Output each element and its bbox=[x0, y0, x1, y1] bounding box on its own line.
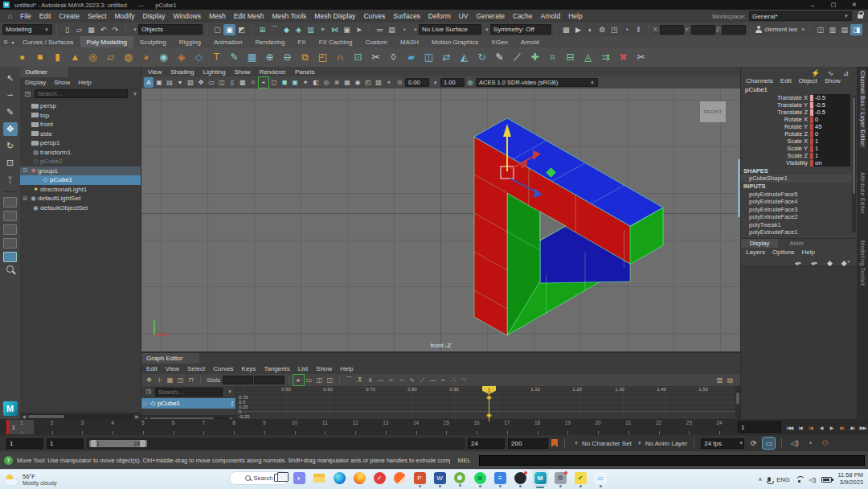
shelf-options-icon[interactable]: ▾ bbox=[10, 36, 16, 47]
character-set-caret-icon[interactable]: ▼ bbox=[574, 441, 579, 446]
graph-menu-select[interactable]: Select bbox=[187, 365, 205, 372]
outliner-search-caret-icon[interactable]: ▼ bbox=[133, 92, 137, 97]
channel-value[interactable]: -0.5 bbox=[813, 101, 850, 109]
pencil-curve-icon[interactable]: ✎ bbox=[492, 50, 507, 65]
lock-camera-icon[interactable]: ▣ bbox=[154, 77, 164, 88]
language-indicator[interactable]: ENG bbox=[776, 476, 789, 483]
powerpoint-app[interactable]: P bbox=[412, 472, 427, 487]
textured-icon[interactable]: ▣ bbox=[290, 77, 300, 88]
step-tangent-icon[interactable]: ⌐ bbox=[386, 375, 396, 385]
auto-tangent-icon[interactable]: ∿ bbox=[407, 375, 417, 385]
poly-cylinder-icon[interactable]: ▮ bbox=[50, 50, 65, 65]
graph-filter-icon[interactable]: ◳ bbox=[145, 386, 153, 397]
tv-app[interactable]: ▭ bbox=[593, 472, 608, 487]
character-set-select[interactable]: No Character Set bbox=[582, 440, 632, 447]
step-back-key-button[interactable]: |◀ bbox=[805, 421, 816, 434]
outliner-menu-show[interactable]: Show bbox=[54, 79, 70, 86]
film-gate-icon[interactable]: ◫ bbox=[217, 77, 227, 88]
transfer-icon[interactable]: ⇉ bbox=[598, 50, 613, 65]
rotate-tool[interactable]: ↻ bbox=[3, 139, 18, 153]
play-backwards-button[interactable]: ◀ bbox=[816, 421, 826, 434]
layout-three-pane[interactable] bbox=[3, 238, 17, 249]
ipr-render-icon[interactable]: ◐ bbox=[584, 24, 596, 35]
layer-menu-options[interactable]: Options bbox=[772, 249, 795, 256]
anim-layer-select[interactable]: No Anim Layer bbox=[645, 440, 687, 447]
viewport-menu-shading[interactable]: Shading bbox=[170, 68, 194, 76]
channel-visibility[interactable]: Visibilityon bbox=[741, 159, 857, 166]
spotify-app[interactable]: ≋ bbox=[473, 472, 487, 487]
layer-menu-help[interactable]: Help bbox=[802, 249, 815, 256]
hypershade-icon[interactable]: ◳ bbox=[608, 24, 620, 35]
outliner-item-persp1[interactable]: persp1 bbox=[20, 138, 141, 148]
viewport-canvas[interactable]: FRONT front -Z bbox=[141, 88, 740, 351]
channel-scale-y[interactable]: Scale Y1 bbox=[741, 145, 857, 152]
menu-cache[interactable]: Cache bbox=[509, 12, 537, 20]
side-tab-channel-box-layer-editor[interactable]: Channel Box / Layer Editor bbox=[860, 69, 866, 148]
outliner-item-transform1[interactable]: ◍transform1 bbox=[20, 148, 141, 158]
raise-tool-settings-icon[interactable]: ▤ bbox=[838, 24, 850, 35]
field-chart-icon[interactable]: ⌗ bbox=[248, 77, 258, 88]
account-name[interactable]: clement lee bbox=[764, 26, 797, 33]
range-start-handle[interactable] bbox=[91, 440, 96, 447]
menu-uv[interactable]: UV bbox=[455, 12, 473, 20]
shelf-menu-icon[interactable]: ≡ bbox=[2, 36, 10, 47]
channel-value[interactable]: 0 bbox=[813, 116, 850, 123]
channel-scale-z[interactable]: Scale Z1 bbox=[741, 152, 857, 159]
soft-mod-tool[interactable]: ᛉ bbox=[3, 173, 18, 187]
shelf-tab-xgen[interactable]: XGen bbox=[485, 36, 514, 47]
step-forward-key-button[interactable]: ▶| bbox=[837, 421, 847, 434]
menu-generate[interactable]: Generate bbox=[473, 12, 509, 20]
word-app[interactable]: W bbox=[432, 472, 447, 487]
dof-icon[interactable]: ◉ bbox=[353, 77, 362, 88]
home-icon[interactable]: ⌂ bbox=[4, 10, 16, 22]
input-node-polyExtrudeFace5[interactable]: polyExtrudeFace5 bbox=[741, 191, 857, 199]
graph-editor-tab[interactable]: Graph Editor bbox=[141, 353, 199, 364]
microphone-icon[interactable] bbox=[768, 477, 771, 482]
red-check-app[interactable]: ✓ bbox=[372, 472, 387, 487]
plateau-tangent-icon[interactable]: ⌢ bbox=[396, 375, 407, 385]
channel-menu-edit[interactable]: Edit bbox=[780, 77, 792, 84]
range-end-handle[interactable] bbox=[140, 440, 145, 447]
multisample-icon[interactable]: ▦ bbox=[342, 77, 352, 88]
channel-value[interactable]: -0.5 bbox=[813, 109, 850, 116]
retopo-icon[interactable]: ◇ bbox=[191, 50, 207, 65]
file-explorer[interactable] bbox=[312, 474, 326, 486]
merge-vertex-icon[interactable]: ✚ bbox=[527, 50, 542, 65]
viewcube[interactable]: FRONT bbox=[700, 101, 726, 122]
animation-start-input[interactable]: 1 bbox=[6, 438, 43, 449]
colorspace-icon[interactable]: ◍ bbox=[465, 77, 475, 88]
firefox-browser[interactable] bbox=[352, 472, 366, 487]
ao-icon[interactable]: ◎ bbox=[321, 77, 331, 88]
menu-edit-mesh[interactable]: Edit Mesh bbox=[230, 12, 268, 20]
input-node-polyTweak1[interactable]: polyTweak1 bbox=[741, 221, 857, 229]
average-icon[interactable]: ◬ bbox=[580, 50, 596, 65]
redo-icon[interactable]: ↷ bbox=[109, 24, 121, 35]
line-tool-icon[interactable]: ⟋ bbox=[510, 50, 525, 65]
expander-icon[interactable]: ⊞ bbox=[22, 195, 29, 202]
value-snap-icon[interactable]: ▤ bbox=[725, 375, 735, 385]
graph-menu-show[interactable]: Show bbox=[316, 365, 332, 372]
mirror-icon[interactable]: ◫ bbox=[421, 50, 436, 65]
quad-draw-icon[interactable]: ▰ bbox=[403, 50, 419, 65]
menu-surfaces[interactable]: Surfaces bbox=[389, 12, 424, 20]
graph-search-input[interactable] bbox=[155, 388, 223, 397]
reduce-icon[interactable]: ✖ bbox=[616, 50, 631, 65]
gamma-icon[interactable]: ◑ bbox=[430, 77, 440, 88]
smooth-icon[interactable]: ◉ bbox=[156, 50, 171, 65]
battery-icon[interactable] bbox=[821, 477, 832, 483]
outliner-menu-display[interactable]: Display bbox=[25, 79, 46, 86]
edge-browser[interactable] bbox=[332, 472, 346, 487]
menu-display[interactable]: Display bbox=[139, 12, 170, 20]
shadows-icon[interactable]: ◧ bbox=[311, 77, 321, 88]
symmetry-icon[interactable]: ⇄ bbox=[439, 50, 454, 65]
bookmarks-icon[interactable]: ▾ bbox=[175, 77, 185, 88]
graph-menu-tangents[interactable]: Tangents bbox=[264, 365, 289, 372]
snap-view-plane-icon[interactable]: ▥ bbox=[305, 24, 317, 35]
highlight-selection-icon[interactable]: ➤ bbox=[353, 24, 365, 35]
cut-uv-icon[interactable]: ✂ bbox=[633, 50, 649, 65]
bevel-icon[interactable]: ◰ bbox=[315, 50, 330, 65]
cached-playback-icon[interactable]: ◔ bbox=[804, 438, 816, 449]
channel-value[interactable]: 45 bbox=[813, 123, 850, 130]
menu-mesh-display[interactable]: Mesh Display bbox=[310, 12, 359, 20]
colorspace-select[interactable]: ACES 1.0 SDR-video (sRGB)▼ bbox=[476, 78, 598, 87]
